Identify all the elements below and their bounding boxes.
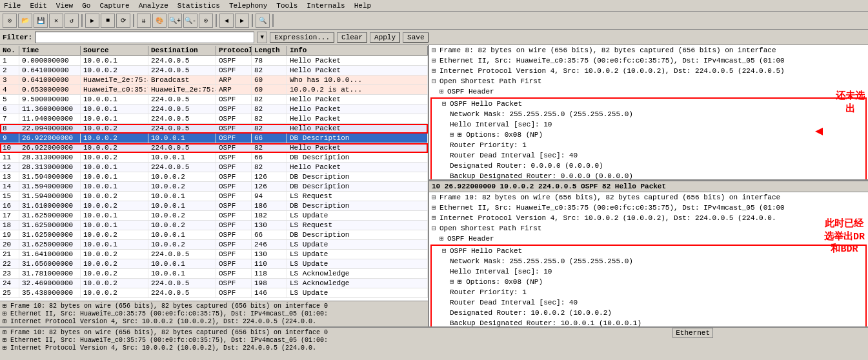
packet-row[interactable]: 2432.46900000010.0.0.2224.0.0.5OSPF198LS… xyxy=(0,279,428,288)
filter-input[interactable] xyxy=(35,32,254,43)
packet-row[interactable]: 1228.31300000010.0.0.1224.0.0.5OSPF82Hel… xyxy=(0,163,428,172)
apply-btn[interactable]: Apply xyxy=(370,32,400,43)
frame8-ospf-hello[interactable]: ⊟ OSPF Hello Packet xyxy=(432,99,865,109)
expand-icon[interactable]: ⊞ xyxy=(432,193,439,202)
frame10-detail-2[interactable]: ⊞ ⊞ Options: 0x08 (NP) xyxy=(432,277,865,287)
frame10-detail-1[interactable]: Hello Interval [sec]: 10 xyxy=(432,266,865,277)
menu-statistics[interactable]: Statistics xyxy=(176,2,221,10)
menu-view[interactable]: View xyxy=(55,2,74,10)
menu-file[interactable]: File xyxy=(3,2,22,10)
color-btn[interactable]: 🎨 xyxy=(152,14,167,28)
packet-row[interactable]: 59.50000000010.0.0.1224.0.0.5OSPF82Hello… xyxy=(0,95,428,105)
packet-row[interactable]: 2131.64100000010.0.0.2224.0.0.5OSPF130LS… xyxy=(0,250,428,259)
fwd-btn[interactable]: ▶ xyxy=(235,14,249,28)
frame10-separator[interactable]: 10 26.922000000 10.0.0.2 224.0.0.5 OSPF … xyxy=(429,181,868,192)
frame8-detail-4[interactable]: Router Dead Interval [sec]: 40 xyxy=(432,150,865,161)
frame10-frame-line[interactable]: ⊞ Frame 10: 82 bytes on wire (656 bits),… xyxy=(429,192,868,203)
packet-row[interactable]: 1631.61000000010.0.0.210.0.0.1OSPF186DB … xyxy=(0,201,428,211)
expand-icon[interactable]: ⊟ xyxy=(432,77,439,86)
frame8-frame-line[interactable]: ⊞ Frame 8: 82 bytes on wire (656 bits), … xyxy=(429,45,868,55)
expand-icon[interactable]: ⊞ xyxy=(432,203,439,212)
expand-icon[interactable]: ⊞ xyxy=(450,277,458,286)
frame8-ethernet-line[interactable]: ⊞ Ethernet II, Src: HuaweiTe_c0:35:75 (0… xyxy=(429,55,868,66)
expand-icon[interactable]: ⊞ xyxy=(432,56,439,65)
frame10-detail-4[interactable]: Router Dead Interval [sec]: 40 xyxy=(432,297,865,308)
packet-row[interactable]: 40.653000000HuaweiTe_c0:35:75HuaweiTe_2e… xyxy=(0,85,428,95)
expand-icon[interactable]: ⊞ xyxy=(432,66,439,75)
packet-row[interactable]: 2231.65600000010.0.0.210.0.0.1OSPF110LS … xyxy=(0,259,428,269)
packet-row[interactable]: 711.94000000010.0.0.1224.0.0.5OSPF82Hell… xyxy=(0,114,428,124)
expand-icon[interactable]: ⊟ xyxy=(442,246,450,255)
save-btn[interactable]: 💾 xyxy=(34,14,48,28)
packet-row[interactable]: 1331.59400000010.0.0.110.0.0.2OSPF126DB … xyxy=(0,172,428,182)
packet-row[interactable]: 30.641000000HuaweiTe_2e:75:a1BroadcastAR… xyxy=(0,75,428,85)
clear-btn[interactable]: Clear xyxy=(337,32,367,43)
packet-list[interactable]: 10.00000000010.0.0.1224.0.0.5OSPF78Hello… xyxy=(0,56,428,301)
frame8-detail-2[interactable]: ⊞ ⊞ Options: 0x08 (NP) xyxy=(432,130,865,140)
menu-telephony[interactable]: Telephony xyxy=(228,2,268,10)
frame8-detail-3[interactable]: Router Priority: 1 xyxy=(432,140,865,150)
expand-icon[interactable]: ⊞ xyxy=(432,214,439,223)
frame10-ip-line[interactable]: ⊞ Internet Protocol Version 4, Src: 10.0… xyxy=(429,213,868,223)
zoom-in-btn[interactable]: 🔍+ xyxy=(168,14,182,28)
frame10-detail-0[interactable]: Network Mask: 255.255.255.0 (255.255.255… xyxy=(432,256,865,266)
frame10-ospf-header[interactable]: ⊞ OSPF Header xyxy=(429,234,868,244)
find-btn[interactable]: 🔍 xyxy=(256,14,270,28)
packet-row[interactable]: 926.92200000010.0.0.210.0.0.1OSPF66DB De… xyxy=(0,134,428,143)
frame8-ospf-header[interactable]: ⊞ OSPF Header xyxy=(429,86,868,97)
menu-go[interactable]: Go xyxy=(81,2,92,10)
packet-row[interactable]: 1026.92200000010.0.0.2224.0.0.5OSPF82Hel… xyxy=(0,143,428,153)
packet-row[interactable]: 20.64100000010.0.0.2224.0.0.5OSPF82Hello… xyxy=(0,66,428,75)
packet-row[interactable]: 1531.59400000010.0.0.210.0.0.1OSPF94LS R… xyxy=(0,192,428,201)
menu-edit[interactable]: Edit xyxy=(28,2,48,10)
zoom-norm-btn[interactable]: ⊙ xyxy=(199,14,213,28)
packet-row[interactable]: 1431.59400000010.0.0.110.0.0.2OSPF126DB … xyxy=(0,182,428,192)
menu-help[interactable]: Help xyxy=(353,2,372,10)
packet-row[interactable]: 611.36000000010.0.0.1224.0.0.5OSPF82Hell… xyxy=(0,105,428,114)
open-btn[interactable]: 📂 xyxy=(18,14,32,28)
menu-internals[interactable]: Internals xyxy=(305,2,346,10)
menu-analyze[interactable]: Analyze xyxy=(137,2,170,10)
expression-btn[interactable]: Expression... xyxy=(270,32,334,43)
capture-restart-btn[interactable]: ⟳ xyxy=(116,14,130,28)
packet-row[interactable]: 1731.62500000010.0.0.110.0.0.2OSPF182LS … xyxy=(0,211,428,221)
frame10-detail-3[interactable]: Router Priority: 1 xyxy=(432,287,865,297)
expand-icon[interactable]: ⊟ xyxy=(442,99,450,108)
frame10-ospf-hello[interactable]: ⊟ OSPF Hello Packet xyxy=(432,246,865,256)
close-btn[interactable]: ✕ xyxy=(49,14,63,28)
frame8-detail-1[interactable]: Hello Interval [sec]: 10 xyxy=(432,119,865,130)
frame8-detail-0[interactable]: Network Mask: 255.255.255.0 (255.255.255… xyxy=(432,109,865,119)
scroll-end-btn[interactable]: ⇊ xyxy=(137,14,151,28)
packet-row[interactable]: 1931.62500000010.0.0.210.0.0.1OSPF66DB D… xyxy=(0,230,428,240)
back-btn[interactable]: ◀ xyxy=(219,14,234,28)
zoom-out-btn[interactable]: 🔍- xyxy=(183,14,197,28)
expand-icon[interactable]: ⊞ xyxy=(439,234,447,243)
menu-tools[interactable]: Tools xyxy=(275,2,299,10)
packet-row[interactable]: 10.00000000010.0.0.1224.0.0.5OSPF78Hello… xyxy=(0,56,428,66)
frame8-detail-6[interactable]: Backup Designated Router: 0.0.0.0 (0.0.0… xyxy=(432,171,865,181)
frame8-ip-line[interactable]: ⊞ Internet Protocol Version 4, Src: 10.0… xyxy=(429,66,868,76)
capture-stop-btn[interactable]: ■ xyxy=(101,14,115,28)
packet-row[interactable]: 2031.62500000010.0.0.110.0.0.2OSPF246LS … xyxy=(0,240,428,250)
expand-icon[interactable]: ⊟ xyxy=(432,224,439,233)
packet-row[interactable]: 1831.62500000010.0.0.110.0.0.2OSPF130LS … xyxy=(0,221,428,230)
filter-dropdown[interactable]: ▼ xyxy=(257,32,267,43)
save-filter-btn[interactable]: Save xyxy=(403,32,429,43)
menu-capture[interactable]: Capture xyxy=(98,2,130,10)
frame8-detail-5[interactable]: Designated Router: 0.0.0.0 (0.0.0.0) xyxy=(432,161,865,171)
expand-icon[interactable]: ⊞ xyxy=(439,87,447,96)
frame8-ospf-line[interactable]: ⊟ Open Shortest Path First xyxy=(429,76,868,86)
frame10-ospf-line[interactable]: ⊟ Open Shortest Path First xyxy=(429,223,868,234)
expand-icon[interactable]: ⊞ xyxy=(450,130,458,139)
packet-row[interactable]: 2331.78100000010.0.0.210.0.0.1OSPF118LS … xyxy=(0,269,428,279)
new-capture-btn[interactable]: ⊙ xyxy=(3,14,17,28)
reload-btn[interactable]: ↺ xyxy=(65,14,79,28)
expand-icon[interactable]: ⊞ xyxy=(432,46,439,55)
packet-row[interactable]: 822.09400000010.0.0.2224.0.0.5OSPF82Hell… xyxy=(0,124,428,134)
frame10-detail-6[interactable]: Backup Designated Router: 10.0.0.1 (10.0… xyxy=(432,318,865,326)
packet-row[interactable]: 2535.43800000010.0.0.2224.0.0.5OSPF146LS… xyxy=(0,288,428,298)
packet-row[interactable]: 1128.31300000010.0.0.210.0.0.1OSPF66DB D… xyxy=(0,153,428,163)
frame10-ethernet-line[interactable]: ⊞ Ethernet II, Src: HuaweiTe_c0:35:75 (0… xyxy=(429,203,868,213)
frame10-detail-5[interactable]: Designated Router: 10.0.0.2 (10.0.0.2) xyxy=(432,308,865,318)
capture-start-btn[interactable]: ▶ xyxy=(85,14,99,28)
